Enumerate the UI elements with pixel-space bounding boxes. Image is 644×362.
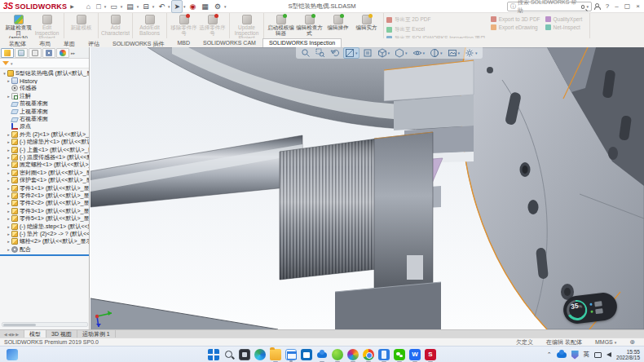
- dropdown-caret-icon[interactable]: ▾: [440, 51, 443, 55]
- tree-item[interactable]: 传感器: [0, 85, 89, 92]
- dropdown-caret-icon[interactable]: ▾: [152, 4, 155, 9]
- expand-arrow-icon[interactable]: ▸: [6, 232, 11, 236]
- dropdown-caret-icon[interactable]: ▾: [104, 4, 107, 9]
- login-user-icon[interactable]: [594, 3, 600, 9]
- options-gear-icon[interactable]: ⚙: [212, 0, 223, 13]
- expand-arrow-icon[interactable]: ▸: [6, 132, 11, 137]
- tree-item[interactable]: ▸零件2<1> (默认<<默认>_显示状: [0, 192, 89, 199]
- new-inspection-project-button[interactable]: 新建检查项目(amp;N): [4, 14, 33, 42]
- dropdown-caret-icon[interactable]: ▾: [475, 51, 478, 55]
- tab-nav-arrows[interactable]: ◀◀▶▶: [0, 330, 24, 338]
- zoom-area-button[interactable]: [314, 47, 327, 59]
- expand-arrow-icon[interactable]: ▸: [6, 193, 11, 198]
- graphics-viewport[interactable]: ▾▾▾▾▾▾▾ 35%: [90, 47, 644, 329]
- update-inspection-project-button[interactable]: Update Inspection Project: [232, 14, 261, 42]
- search-button[interactable]: [223, 349, 235, 360]
- scrollbar-thumb[interactable]: [3, 324, 36, 326]
- dimxpertmanager-tab[interactable]: [42, 48, 55, 58]
- select-balloons-button[interactable]: 选择零件序号: [198, 14, 227, 36]
- tab-solidworks-inspection[interactable]: SOLIDWORKS Inspection: [262, 38, 342, 47]
- section-view-button[interactable]: ▾: [343, 47, 359, 59]
- featuremanager-tree-tab[interactable]: [1, 48, 14, 58]
- tree-item[interactable]: ▸(-) 上盖<1> (默认<<默认>_显示状: [0, 146, 89, 153]
- net-inspect-button[interactable]: Net-Inspect: [545, 24, 588, 30]
- expand-arrow-icon[interactable]: ▸: [6, 78, 11, 83]
- launch-template-editor-button[interactable]: 启动模板编辑器: [267, 14, 295, 36]
- displaymanager-tab[interactable]: [56, 48, 69, 58]
- expand-arrow-icon[interactable]: ▸: [6, 247, 11, 252]
- rebuild-icon[interactable]: ◉: [187, 0, 199, 13]
- tree-item[interactable]: 上视基准面: [0, 108, 89, 115]
- tree-item[interactable]: ▸零件3<1> (默认<<默认>_显示状: [0, 207, 89, 214]
- dropdown-caret-icon[interactable]: ▾: [183, 4, 186, 9]
- save-icon[interactable]: ▤: [124, 0, 136, 13]
- expand-arrow-icon[interactable]: ▸: [6, 186, 11, 191]
- undo-icon[interactable]: ↶: [156, 0, 167, 13]
- menu-flyout-arrow-icon[interactable]: ▶: [70, 3, 74, 9]
- add-characteristic-button[interactable]: Add Characteristic: [101, 14, 130, 36]
- file-properties-icon[interactable]: ▦: [199, 0, 211, 13]
- tab-布局[interactable]: 布局: [33, 38, 57, 47]
- tree-item[interactable]: ▸零件5<1> (默认<<默认>_显示状: [0, 214, 89, 222]
- tree-item[interactable]: 原点: [0, 123, 89, 130]
- search-input[interactable]: ⓘ 搜索 SOLIDWORKS 帮助 ▾: [507, 2, 592, 11]
- tab-solidworks-cam[interactable]: SOLIDWORKS CAM: [196, 38, 262, 47]
- search-caret-icon[interactable]: ▾: [586, 4, 589, 9]
- expand-arrow-icon[interactable]: ▸: [6, 224, 11, 229]
- minimize-button[interactable]: –: [615, 2, 618, 10]
- edit-appearance-button[interactable]: ▾: [428, 47, 444, 59]
- remove-balloons-button[interactable]: 移除零件序号: [170, 14, 198, 36]
- rollback-bar[interactable]: [0, 254, 89, 256]
- pdf-3d-button[interactable]: Export to 3D PDF: [491, 16, 545, 22]
- close-button[interactable]: ×: [636, 2, 640, 10]
- mail-icon[interactable]: [285, 349, 297, 360]
- tree-item[interactable]: ▸(-) 垫片 (2)<2> -> ? (默认<<默认>: [0, 230, 89, 237]
- camera-icon[interactable]: [594, 301, 602, 307]
- edit-inspection-method-button[interactable]: 编辑检查方式: [295, 14, 324, 36]
- dropdown-caret-icon[interactable]: ▾: [423, 51, 426, 55]
- propertymanager-tab[interactable]: [15, 48, 28, 58]
- tree-item[interactable]: ▸(-) 绝缘垫片<1> (默认<<默认>_显: [0, 139, 89, 146]
- tree-item[interactable]: ▸螺栓<2> (默认<<默认>_显示状态: [0, 238, 89, 245]
- zoom-fit-button[interactable]: [299, 47, 312, 59]
- apply-scene-button[interactable]: ▾: [446, 47, 462, 59]
- previous-view-button[interactable]: [329, 47, 342, 59]
- onedrive-cloud-icon[interactable]: [557, 352, 567, 358]
- tree-item[interactable]: 右视基准面: [0, 115, 89, 122]
- expand-arrow-icon[interactable]: ▸: [6, 94, 11, 99]
- tree-item[interactable]: ▸(-) 温度传感器<1> (默认<<默认>_: [0, 153, 89, 161]
- view-settings-button[interactable]: ▾: [463, 47, 479, 59]
- tree-item[interactable]: ▸History: [0, 77, 89, 84]
- expand-arrow-icon[interactable]: ▸: [6, 170, 11, 175]
- dropdown-caret-icon[interactable]: ▾: [405, 51, 408, 55]
- view-orientation-button[interactable]: ▾: [376, 47, 392, 59]
- new-document-icon[interactable]: □: [94, 0, 103, 13]
- edrawing-button[interactable]: Export eDrawing: [491, 24, 545, 30]
- dropdown-caret-icon[interactable]: ▾: [137, 4, 139, 9]
- expand-arrow-icon[interactable]: ▸: [6, 139, 11, 144]
- tab-mbd[interactable]: MBD: [170, 38, 196, 47]
- help-button[interactable]: ?: [606, 2, 609, 10]
- new-template-button[interactable]: 新建模板: [67, 14, 95, 31]
- wechat-icon[interactable]: [394, 349, 405, 360]
- expand-arrow-icon[interactable]: ▸: [6, 209, 11, 214]
- tab-评估[interactable]: 评估: [82, 38, 106, 47]
- print-icon[interactable]: ⊟: [140, 0, 152, 13]
- tree-item[interactable]: ▾S型铠装热电偶 (默认<默认_显示状态-1>: [0, 69, 89, 77]
- mic-icon[interactable]: [595, 308, 603, 314]
- tree-item[interactable]: ▸外壳 (2)<1> (默认<<默认>_显示状: [0, 130, 89, 138]
- open-icon[interactable]: ▭: [108, 0, 120, 13]
- add-edit-balloons-button[interactable]: Add/Edit Balloons: [135, 14, 164, 36]
- dropdown-caret-icon[interactable]: ▾: [458, 51, 461, 55]
- solidworks-icon[interactable]: S: [425, 349, 436, 360]
- dropdown-caret-icon[interactable]: ▾: [355, 51, 358, 55]
- filter-caret-icon[interactable]: ▾: [11, 61, 13, 66]
- tree-item[interactable]: ▸零件1<1> (默认<<默认>_显示状: [0, 184, 89, 192]
- edit-measurement-button[interactable]: 编辑实方: [352, 14, 381, 31]
- dropdown-caret-icon[interactable]: ▾: [121, 4, 123, 9]
- ime-language-indicator[interactable]: 英: [584, 351, 590, 359]
- quick-tips-globe-icon[interactable]: ⊕: [629, 338, 635, 346]
- qualityxpert-button[interactable]: QualityXpert: [545, 16, 588, 22]
- expand-arrow-icon[interactable]: ▾: [2, 71, 7, 76]
- store-icon[interactable]: [301, 349, 312, 360]
